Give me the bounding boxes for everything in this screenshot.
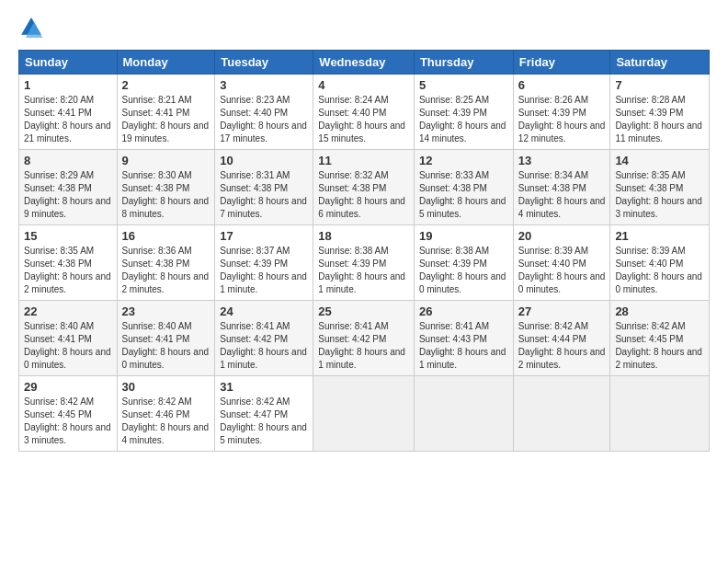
calendar-cell [414,376,513,452]
logo [18,15,48,40]
calendar-week-row: 22 Sunrise: 8:40 AM Sunset: 4:41 PM Dayl… [19,301,710,376]
day-number: 10 [220,154,308,167]
day-info: Sunrise: 8:24 AM Sunset: 4:40 PM Dayligh… [318,94,409,145]
calendar-cell: 2 Sunrise: 8:21 AM Sunset: 4:41 PM Dayli… [117,75,215,150]
day-number: 26 [419,304,508,318]
day-info: Sunrise: 8:30 AM Sunset: 4:38 PM Dayligh… [122,169,210,221]
day-number: 20 [518,229,606,243]
day-number: 3 [220,78,308,92]
day-info: Sunrise: 8:40 AM Sunset: 4:41 PM Dayligh… [24,320,112,372]
day-info: Sunrise: 8:41 AM Sunset: 4:42 PM Dayligh… [220,320,308,372]
day-number: 18 [318,229,409,243]
header [18,15,710,40]
day-number: 8 [24,154,112,167]
day-info: Sunrise: 8:42 AM Sunset: 4:45 PM Dayligh… [615,320,704,372]
day-number: 27 [518,304,606,318]
calendar-cell: 4 Sunrise: 8:24 AM Sunset: 4:40 PM Dayli… [313,75,415,150]
calendar-cell [513,376,610,452]
calendar-week-row: 15 Sunrise: 8:35 AM Sunset: 4:38 PM Dayl… [19,225,710,301]
calendar-header-row: SundayMondayTuesdayWednesdayThursdayFrid… [19,51,710,75]
day-info: Sunrise: 8:20 AM Sunset: 4:41 PM Dayligh… [24,94,112,145]
calendar-cell: 29 Sunrise: 8:42 AM Sunset: 4:45 PM Dayl… [19,376,118,452]
day-number: 17 [220,229,308,243]
col-header-wednesday: Wednesday [313,51,415,75]
day-number: 25 [318,304,409,318]
day-number: 1 [24,78,112,92]
calendar-cell: 6 Sunrise: 8:26 AM Sunset: 4:39 PM Dayli… [513,75,610,150]
calendar-week-row: 8 Sunrise: 8:29 AM Sunset: 4:38 PM Dayli… [19,150,710,225]
day-info: Sunrise: 8:36 AM Sunset: 4:38 PM Dayligh… [122,245,210,296]
logo-icon [18,15,44,40]
day-info: Sunrise: 8:38 AM Sunset: 4:39 PM Dayligh… [318,245,409,296]
calendar-cell: 1 Sunrise: 8:20 AM Sunset: 4:41 PM Dayli… [19,75,118,150]
calendar-cell: 27 Sunrise: 8:42 AM Sunset: 4:44 PM Dayl… [513,301,610,376]
calendar-cell: 31 Sunrise: 8:42 AM Sunset: 4:47 PM Dayl… [215,376,313,452]
day-number: 23 [122,304,210,318]
day-info: Sunrise: 8:23 AM Sunset: 4:40 PM Dayligh… [220,94,308,145]
calendar-table: SundayMondayTuesdayWednesdayThursdayFrid… [18,50,710,452]
day-number: 5 [419,78,508,92]
calendar-cell: 26 Sunrise: 8:41 AM Sunset: 4:43 PM Dayl… [414,301,513,376]
day-number: 31 [220,380,308,394]
day-number: 14 [615,154,704,167]
col-header-thursday: Thursday [414,51,513,75]
day-info: Sunrise: 8:29 AM Sunset: 4:38 PM Dayligh… [24,169,112,221]
day-number: 11 [318,154,409,167]
calendar-cell: 7 Sunrise: 8:28 AM Sunset: 4:39 PM Dayli… [610,75,710,150]
day-info: Sunrise: 8:28 AM Sunset: 4:39 PM Dayligh… [615,94,704,145]
calendar-cell: 19 Sunrise: 8:38 AM Sunset: 4:39 PM Dayl… [414,225,513,301]
day-number: 4 [318,78,409,92]
day-info: Sunrise: 8:35 AM Sunset: 4:38 PM Dayligh… [615,169,704,221]
calendar-page: SundayMondayTuesdayWednesdayThursdayFrid… [0,0,728,563]
day-info: Sunrise: 8:38 AM Sunset: 4:39 PM Dayligh… [419,245,508,296]
day-number: 16 [122,229,210,243]
calendar-cell: 16 Sunrise: 8:36 AM Sunset: 4:38 PM Dayl… [117,225,215,301]
day-info: Sunrise: 8:41 AM Sunset: 4:42 PM Dayligh… [318,320,409,372]
calendar-cell: 28 Sunrise: 8:42 AM Sunset: 4:45 PM Dayl… [610,301,710,376]
calendar-cell: 3 Sunrise: 8:23 AM Sunset: 4:40 PM Dayli… [215,75,313,150]
day-number: 28 [615,304,704,318]
calendar-cell: 8 Sunrise: 8:29 AM Sunset: 4:38 PM Dayli… [19,150,118,225]
day-number: 29 [24,380,112,394]
day-info: Sunrise: 8:39 AM Sunset: 4:40 PM Dayligh… [615,245,704,296]
day-info: Sunrise: 8:40 AM Sunset: 4:41 PM Dayligh… [122,320,210,372]
calendar-cell: 20 Sunrise: 8:39 AM Sunset: 4:40 PM Dayl… [513,225,610,301]
day-number: 13 [518,154,606,167]
day-number: 19 [419,229,508,243]
calendar-week-row: 1 Sunrise: 8:20 AM Sunset: 4:41 PM Dayli… [19,75,710,150]
day-info: Sunrise: 8:37 AM Sunset: 4:39 PM Dayligh… [220,245,308,296]
calendar-cell: 30 Sunrise: 8:42 AM Sunset: 4:46 PM Dayl… [117,376,215,452]
day-info: Sunrise: 8:32 AM Sunset: 4:38 PM Dayligh… [318,169,409,221]
calendar-cell: 12 Sunrise: 8:33 AM Sunset: 4:38 PM Dayl… [414,150,513,225]
day-info: Sunrise: 8:34 AM Sunset: 4:38 PM Dayligh… [518,169,606,221]
calendar-cell: 23 Sunrise: 8:40 AM Sunset: 4:41 PM Dayl… [117,301,215,376]
day-number: 7 [615,78,704,92]
calendar-cell: 15 Sunrise: 8:35 AM Sunset: 4:38 PM Dayl… [19,225,118,301]
calendar-cell: 13 Sunrise: 8:34 AM Sunset: 4:38 PM Dayl… [513,150,610,225]
day-info: Sunrise: 8:25 AM Sunset: 4:39 PM Dayligh… [419,94,508,145]
day-info: Sunrise: 8:26 AM Sunset: 4:39 PM Dayligh… [518,94,606,145]
day-info: Sunrise: 8:31 AM Sunset: 4:38 PM Dayligh… [220,169,308,221]
calendar-week-row: 29 Sunrise: 8:42 AM Sunset: 4:45 PM Dayl… [19,376,710,452]
day-info: Sunrise: 8:21 AM Sunset: 4:41 PM Dayligh… [122,94,210,145]
day-info: Sunrise: 8:35 AM Sunset: 4:38 PM Dayligh… [24,245,112,296]
calendar-cell: 9 Sunrise: 8:30 AM Sunset: 4:38 PM Dayli… [117,150,215,225]
day-info: Sunrise: 8:41 AM Sunset: 4:43 PM Dayligh… [419,320,508,372]
calendar-cell [313,376,415,452]
calendar-cell [610,376,710,452]
calendar-cell: 11 Sunrise: 8:32 AM Sunset: 4:38 PM Dayl… [313,150,415,225]
col-header-saturday: Saturday [610,51,710,75]
day-info: Sunrise: 8:33 AM Sunset: 4:38 PM Dayligh… [419,169,508,221]
day-info: Sunrise: 8:42 AM Sunset: 4:47 PM Dayligh… [220,396,308,447]
calendar-cell: 10 Sunrise: 8:31 AM Sunset: 4:38 PM Dayl… [215,150,313,225]
day-number: 12 [419,154,508,167]
calendar-cell: 18 Sunrise: 8:38 AM Sunset: 4:39 PM Dayl… [313,225,415,301]
day-number: 22 [24,304,112,318]
col-header-monday: Monday [117,51,215,75]
day-number: 21 [615,229,704,243]
day-number: 30 [122,380,210,394]
calendar-cell: 22 Sunrise: 8:40 AM Sunset: 4:41 PM Dayl… [19,301,118,376]
calendar-cell: 5 Sunrise: 8:25 AM Sunset: 4:39 PM Dayli… [414,75,513,150]
col-header-tuesday: Tuesday [215,51,313,75]
calendar-cell: 14 Sunrise: 8:35 AM Sunset: 4:38 PM Dayl… [610,150,710,225]
